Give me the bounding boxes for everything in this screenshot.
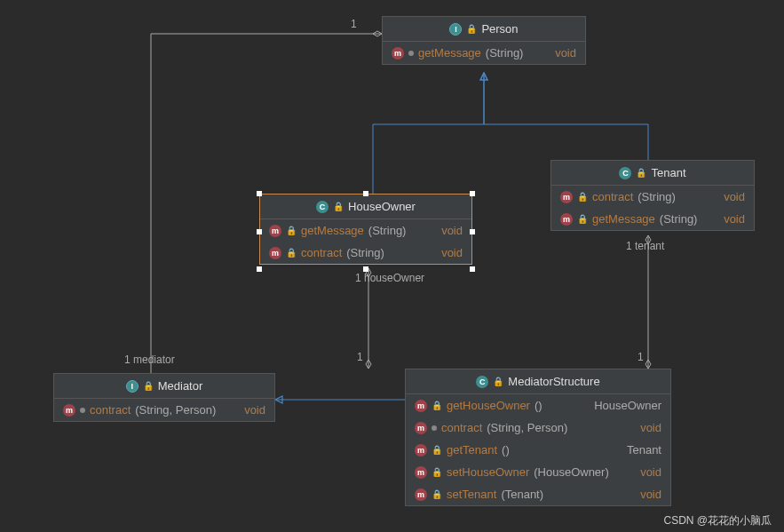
method-name: getMessage xyxy=(592,212,655,226)
class-header: C 🔒 HouseOwner xyxy=(260,195,471,219)
watermark: CSDN @花花的小脑瓜 xyxy=(663,513,772,528)
method-row[interactable]: m contract (String, Person) void xyxy=(54,399,274,421)
method-return: void xyxy=(630,421,661,434)
method-return: void xyxy=(431,246,463,259)
multiplicity-label: 1 xyxy=(637,351,644,363)
lock-icon: 🔒 xyxy=(333,202,344,211)
abstract-dot-icon xyxy=(80,408,85,413)
resize-handle[interactable] xyxy=(257,266,262,272)
class-header: I 🔒 Person xyxy=(383,17,585,42)
class-icon: C xyxy=(476,376,488,388)
method-params: () xyxy=(502,443,510,457)
method-params: (String) xyxy=(486,46,524,60)
method-params: (String) xyxy=(637,190,676,203)
method-icon: m xyxy=(269,225,281,237)
method-icon: m xyxy=(269,247,281,259)
lock-icon: 🔒 xyxy=(143,381,154,391)
method-icon: m xyxy=(63,404,75,417)
resize-handle[interactable] xyxy=(257,191,262,196)
method-return: Tenant xyxy=(616,443,661,457)
method-params: () xyxy=(535,399,542,412)
method-params: (String, Person) xyxy=(487,421,567,434)
method-name: getTenant xyxy=(447,443,497,457)
lock-icon: 🔒 xyxy=(432,489,442,499)
class-name: HouseOwner xyxy=(348,200,416,213)
class-name: Tenant xyxy=(651,166,685,179)
class-mediator[interactable]: I 🔒 Mediator m contract (String, Person)… xyxy=(53,373,275,422)
method-params: (HouseOwner) xyxy=(534,465,609,479)
method-name: contract xyxy=(441,421,482,434)
class-icon: C xyxy=(316,201,329,213)
method-params: (Tenant) xyxy=(501,488,543,501)
method-row[interactable]: m getMessage (String) void xyxy=(383,42,585,64)
method-row[interactable]: m 🔒 setTenant (Tenant) void xyxy=(406,483,670,505)
lock-icon: 🔒 xyxy=(636,168,646,178)
method-params: (String) xyxy=(368,224,407,237)
resize-handle[interactable] xyxy=(257,229,262,234)
class-header: C 🔒 MediatorStructure xyxy=(406,369,670,394)
method-row[interactable]: m 🔒 getTenant () Tenant xyxy=(406,439,670,461)
method-row[interactable]: m 🔒 contract (String) void xyxy=(551,186,754,208)
method-return: void xyxy=(713,212,745,226)
method-icon: m xyxy=(415,466,427,479)
interface-icon: I xyxy=(449,23,462,36)
class-tenant[interactable]: C 🔒 Tenant m 🔒 contract (String) void m … xyxy=(550,160,755,231)
method-name: contract xyxy=(90,403,131,417)
interface-icon: I xyxy=(126,380,139,393)
multiplicity-label: 1 xyxy=(351,18,357,30)
class-name: MediatorStructure xyxy=(508,375,599,388)
role-label: 1 tenant xyxy=(626,240,664,252)
method-row[interactable]: m contract (String, Person) void xyxy=(406,417,670,439)
lock-icon: 🔒 xyxy=(286,226,297,235)
method-row[interactable]: m 🔒 getHouseOwner () HouseOwner xyxy=(406,394,670,417)
method-name: getHouseOwner xyxy=(447,399,530,412)
lock-icon: 🔒 xyxy=(432,467,442,477)
method-name: getMessage xyxy=(418,46,481,60)
lock-icon: 🔒 xyxy=(466,24,477,34)
abstract-dot-icon xyxy=(432,425,437,431)
method-icon: m xyxy=(415,444,427,457)
class-house-owner[interactable]: C 🔒 HouseOwner m 🔒 getMessage (String) v… xyxy=(259,194,472,265)
role-label: 1 houseOwner xyxy=(355,272,424,284)
method-row[interactable]: m 🔒 getMessage (String) void xyxy=(551,208,754,230)
method-row[interactable]: m 🔒 getMessage (String) void xyxy=(260,219,471,242)
class-person[interactable]: I 🔒 Person m getMessage (String) void xyxy=(382,16,586,65)
class-name: Person xyxy=(481,22,518,36)
method-params: (String) xyxy=(660,212,698,226)
method-row[interactable]: m 🔒 setHouseOwner (HouseOwner) void xyxy=(406,461,670,483)
method-return: void xyxy=(234,403,265,417)
method-return: void xyxy=(431,224,463,237)
method-name: getMessage xyxy=(301,224,364,237)
resize-handle[interactable] xyxy=(470,266,475,272)
method-icon: m xyxy=(560,191,573,203)
lock-icon: 🔒 xyxy=(577,214,588,224)
resize-handle[interactable] xyxy=(470,191,475,196)
method-icon: m xyxy=(415,400,427,412)
role-label: 1 mediator xyxy=(124,353,175,366)
method-return: HouseOwner xyxy=(583,399,661,412)
method-params: (String, Person) xyxy=(135,403,216,417)
lock-icon: 🔒 xyxy=(432,401,442,410)
lock-icon: 🔒 xyxy=(577,192,588,202)
class-header: I 🔒 Mediator xyxy=(54,374,274,399)
resize-handle[interactable] xyxy=(363,191,368,196)
method-icon: m xyxy=(415,422,427,434)
method-icon: m xyxy=(560,213,573,226)
lock-icon: 🔒 xyxy=(286,248,297,258)
lock-icon: 🔒 xyxy=(493,377,503,386)
method-row[interactable]: m 🔒 contract (String) void xyxy=(260,242,471,264)
method-return: void xyxy=(630,465,661,479)
method-params: (String) xyxy=(346,246,384,259)
class-mediator-structure[interactable]: C 🔒 MediatorStructure m 🔒 getHouseOwner … xyxy=(405,369,671,506)
method-name: setHouseOwner xyxy=(447,465,529,479)
method-name: setTenant xyxy=(447,488,496,501)
method-return: void xyxy=(713,190,745,203)
method-icon: m xyxy=(415,488,427,501)
resize-handle[interactable] xyxy=(470,229,475,234)
class-icon: C xyxy=(619,167,631,179)
class-name: Mediator xyxy=(158,379,203,393)
method-name: contract xyxy=(592,190,633,203)
method-return: void xyxy=(544,46,576,60)
class-header: C 🔒 Tenant xyxy=(551,161,754,186)
abstract-dot-icon xyxy=(408,51,414,56)
